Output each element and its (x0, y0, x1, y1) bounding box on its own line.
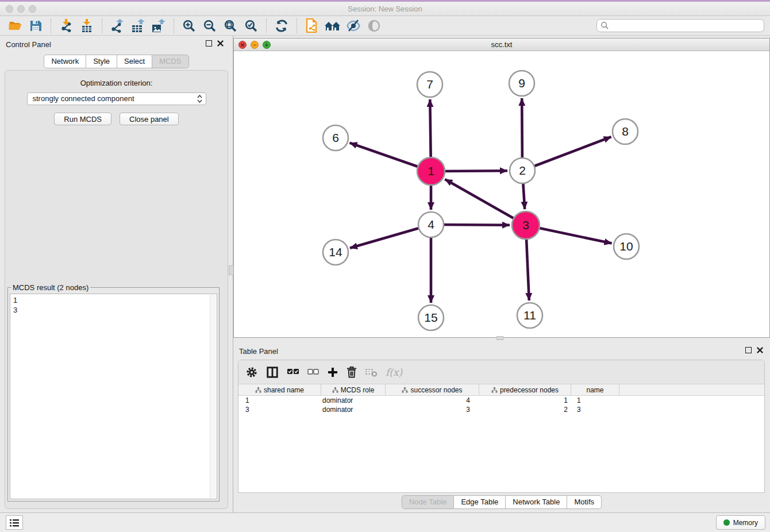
column-header-successor-nodes[interactable]: successor nodes (386, 384, 479, 395)
tab-network[interactable]: Network (44, 55, 86, 68)
graph-node-8[interactable]: 8 (613, 119, 638, 144)
zoom-in-icon[interactable] (180, 18, 198, 34)
graphics-details-icon[interactable] (345, 18, 362, 34)
import-table-icon[interactable] (78, 18, 95, 34)
column-header-predecessor-nodes[interactable]: predecessor nodes (479, 384, 571, 395)
network-view-window: ✕ − + scc.txt 7968124314101511 (233, 38, 770, 338)
table-cell[interactable]: 1 (571, 396, 619, 405)
table-panel-title: Table Panel (239, 347, 278, 356)
close-panel-icon[interactable] (217, 40, 224, 47)
svg-text:8: 8 (622, 125, 629, 138)
apply-layout-icon[interactable] (273, 18, 290, 34)
graph-node-7[interactable]: 7 (417, 72, 442, 97)
mcds-result-line: 1 (13, 295, 214, 305)
column-header-mcds-role[interactable]: MCDS role (321, 384, 386, 395)
graph-node-2[interactable]: 2 (510, 158, 535, 183)
run-mcds-button[interactable]: Run MCDS (54, 113, 111, 125)
column-tree-icon (491, 387, 498, 393)
table-row[interactable]: 1dominator411 (238, 396, 764, 405)
network-canvas[interactable]: 7968124314101511 (234, 51, 769, 337)
search-icon (600, 21, 609, 30)
graph-node-6[interactable]: 6 (323, 125, 348, 151)
import-network-icon[interactable] (57, 18, 75, 34)
table-float-panel-icon[interactable] (745, 347, 752, 353)
graph-node-3[interactable]: 3 (512, 211, 540, 239)
new-network-from-file-icon[interactable] (303, 18, 321, 34)
svg-text:4: 4 (428, 218, 434, 231)
mcds-panel: Optimization criterion: strongly connect… (5, 70, 228, 509)
criterion-value: strongly connected component (33, 94, 134, 103)
toolbar-separator (266, 18, 267, 33)
graph-node-9[interactable]: 9 (509, 71, 534, 96)
memory-status-dot (723, 519, 730, 526)
column-tree-icon (402, 387, 408, 393)
table-row[interactable]: 3dominator323 (238, 405, 764, 414)
table-close-panel-icon[interactable] (757, 347, 763, 353)
table-tab-network-table[interactable]: Network Table (506, 495, 567, 509)
table-cell[interactable]: 1 (479, 396, 571, 405)
export-table-icon[interactable] (129, 18, 147, 34)
svg-text:10: 10 (619, 240, 633, 253)
table-cell[interactable]: dominator (321, 405, 386, 414)
tab-select[interactable]: Select (117, 55, 152, 68)
app-title: Session: New Session (0, 5, 770, 13)
tab-style[interactable]: Style (86, 55, 117, 68)
export-network-icon[interactable] (109, 18, 126, 34)
zoom-fit-icon[interactable] (222, 18, 239, 34)
table-cell[interactable]: 3 (238, 405, 321, 414)
criterion-dropdown[interactable]: strongly connected component (27, 92, 206, 105)
app-titlebar: Session: New Session (0, 2, 770, 16)
search-input[interactable] (609, 21, 764, 31)
control-panel: Control Panel NetworkStyleSelectMCDS Opt… (0, 36, 233, 512)
export-image-icon[interactable] (150, 18, 167, 34)
table-cell[interactable]: 1 (238, 396, 321, 405)
tab-mcds[interactable]: MCDS (152, 55, 188, 68)
svg-text:1: 1 (428, 164, 434, 178)
mcds-result-legend: MCDS result (2 nodes) (11, 283, 90, 292)
result-scrollbar[interactable] (210, 295, 216, 498)
graph-node-4[interactable]: 4 (418, 212, 444, 237)
table-tab-motifs[interactable]: Motifs (567, 495, 602, 509)
svg-text:14: 14 (329, 245, 342, 259)
toolbar-separator (297, 18, 297, 33)
horizontal-splitter-handle[interactable] (496, 336, 503, 340)
close-panel-button[interactable]: Close panel (120, 113, 179, 125)
dropdown-arrows-icon (197, 94, 203, 103)
table-cell[interactable]: 3 (386, 405, 479, 414)
table-cell[interactable]: dominator (321, 396, 386, 405)
graph-node-15[interactable]: 15 (418, 305, 444, 330)
zoom-out-icon[interactable] (201, 18, 218, 34)
mcds-result-text[interactable]: 13 (10, 294, 217, 499)
browser-home-icon[interactable] (324, 18, 341, 34)
network-window-titlebar[interactable]: ✕ − + scc.txt (234, 38, 769, 51)
table-cell[interactable]: 2 (479, 405, 571, 414)
search-field[interactable] (596, 19, 764, 32)
show-panels-list-button[interactable] (6, 515, 23, 530)
graph-node-10[interactable]: 10 (614, 234, 639, 259)
svg-text:7: 7 (426, 78, 433, 91)
graph-node-11[interactable]: 11 (517, 303, 542, 328)
select-all-rows-icon[interactable] (287, 368, 299, 376)
deselect-all-rows-icon[interactable] (307, 368, 319, 376)
delete-row-icon[interactable] (346, 366, 357, 378)
table-cell[interactable]: 3 (571, 405, 619, 414)
column-header-name[interactable]: name (571, 384, 619, 395)
save-session-icon[interactable] (27, 18, 44, 34)
graph-node-14[interactable]: 14 (323, 240, 348, 265)
open-session-icon[interactable] (6, 18, 24, 34)
table-tab-node-table[interactable]: Node Table (402, 495, 455, 509)
mcds-result-box: MCDS result (2 nodes) 13 (7, 283, 220, 502)
graph-node-1[interactable]: 1 (417, 157, 445, 185)
table-cell[interactable]: 4 (386, 396, 479, 405)
delete-table-icon (365, 367, 378, 377)
zoom-selected-icon[interactable] (242, 18, 260, 34)
show-columns-icon[interactable] (266, 366, 279, 379)
control-panel-tabs: NetworkStyleSelectMCDS (44, 55, 188, 68)
table-tab-edge-table[interactable]: Edge Table (454, 495, 506, 509)
add-row-icon[interactable] (327, 367, 338, 378)
column-header-shared-name[interactable]: shared name (238, 384, 321, 395)
graph-edge-2-8[interactable] (522, 137, 611, 171)
table-settings-icon[interactable] (245, 366, 258, 379)
memory-button[interactable]: Memory (716, 515, 765, 530)
float-panel-icon[interactable] (206, 40, 212, 47)
